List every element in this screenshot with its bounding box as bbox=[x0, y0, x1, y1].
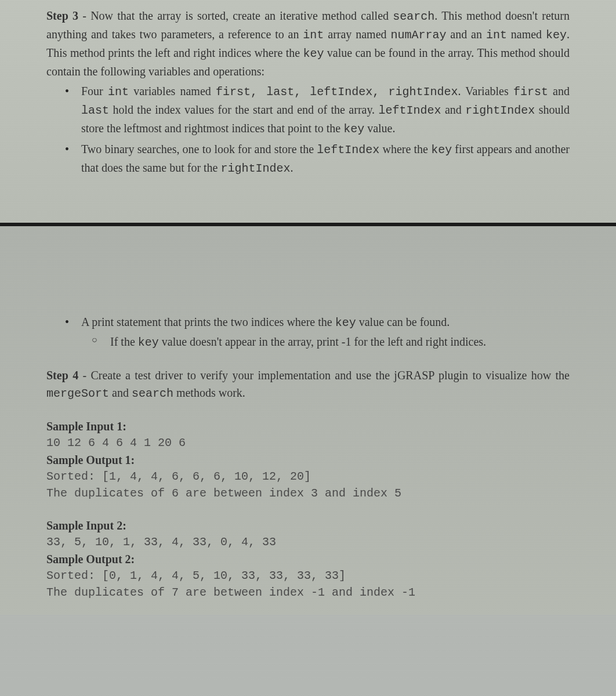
sample1-input-label: Sample Input 1: bbox=[46, 420, 570, 433]
step3-bullet-1: Four int variables named first, last, le… bbox=[81, 82, 570, 138]
step3-nested-list: If the key value doesn't appear in the a… bbox=[81, 333, 570, 351]
step3-block: Step 3 - Now that the array is sorted, c… bbox=[46, 7, 570, 177]
sample1-output-text: Sorted: [1, 4, 4, 6, 6, 6, 10, 12, 20] T… bbox=[46, 468, 570, 502]
sample1-input-text: 10 12 6 4 6 4 1 20 6 bbox=[46, 434, 570, 451]
step3-bullet-2: Two binary searches, one to look for and… bbox=[81, 140, 570, 177]
sample2-output-label: Sample Output 2: bbox=[46, 553, 570, 566]
step3-bullets-cont: A print statement that prints the two in… bbox=[46, 313, 570, 351]
sample2-block: Sample Input 2: 33, 5, 10, 1, 33, 4, 33,… bbox=[46, 519, 570, 601]
step4-block: Step 4 - Create a test driver to verify … bbox=[46, 367, 570, 403]
sample2-output-text: Sorted: [0, 1, 4, 4, 5, 10, 33, 33, 33, … bbox=[46, 567, 570, 601]
step4-text: Step 4 - Create a test driver to verify … bbox=[46, 367, 570, 403]
sample1-block: Sample Input 1: 10 12 6 4 6 4 1 20 6 Sam… bbox=[46, 420, 570, 502]
step3-intro: Step 3 - Now that the array is sorted, c… bbox=[46, 7, 570, 80]
page-bottom-section: A print statement that prints the two in… bbox=[0, 226, 616, 615]
step3-bullet-3-text: A print statement that prints the two in… bbox=[81, 316, 450, 328]
step3-bullet-3: A print statement that prints the two in… bbox=[81, 313, 570, 351]
step3-bullets: Four int variables named first, last, le… bbox=[46, 82, 570, 177]
sample2-input-label: Sample Input 2: bbox=[46, 519, 570, 532]
sample1-output-label: Sample Output 1: bbox=[46, 454, 570, 467]
sample2-input-text: 33, 5, 10, 1, 33, 4, 33, 0, 4, 33 bbox=[46, 534, 570, 550]
page-top-section: Step 3 - Now that the array is sorted, c… bbox=[0, 0, 616, 223]
step3-bullet-3-nested: If the key value doesn't appear in the a… bbox=[110, 333, 570, 351]
